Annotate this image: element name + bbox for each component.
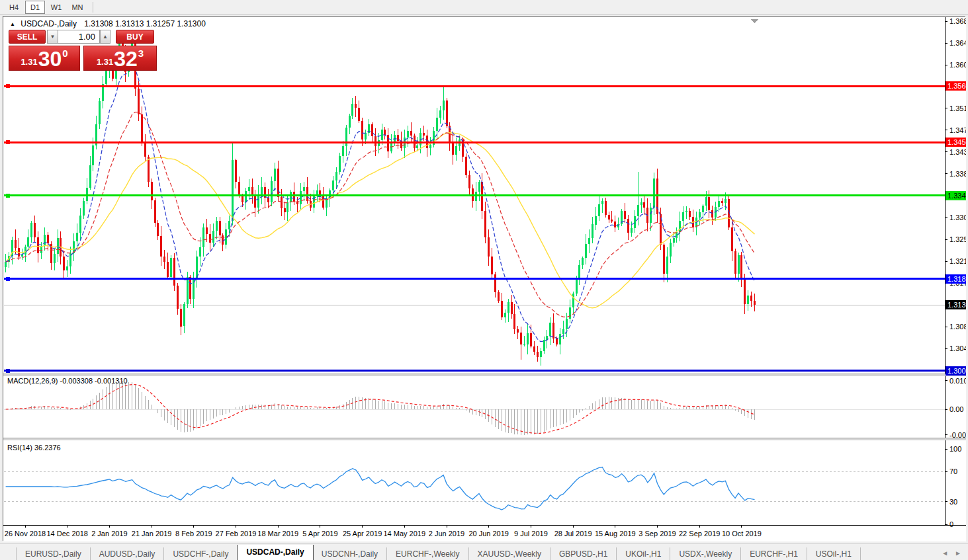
svg-text:1.33880: 1.33880 <box>949 170 966 178</box>
svg-text:1.36020: 1.36020 <box>949 61 966 69</box>
tab-eurchf-weekly[interactable]: EURCHF-,Weekly <box>387 547 468 560</box>
buy-price-base: 1.31 <box>97 57 113 67</box>
svg-text:1.34501: 1.34501 <box>947 138 966 146</box>
tab-usoil-h1[interactable]: USOil-,H1 <box>807 547 861 560</box>
tab-scroll-controls: ◄ ► <box>928 545 968 560</box>
tab-usdcad-daily[interactable]: USDCAD-,Daily <box>237 545 313 560</box>
svg-text:30: 30 <box>949 498 957 506</box>
svg-text:18 Mar 2019: 18 Mar 2019 <box>257 530 298 538</box>
svg-text:10 Oct 2019: 10 Oct 2019 <box>722 530 762 538</box>
sell-price-point: 0 <box>62 48 67 59</box>
svg-text:9 Jul 2019: 9 Jul 2019 <box>514 530 548 538</box>
svg-text:25 Apr 2019: 25 Apr 2019 <box>343 530 382 538</box>
tab-usdcnh-daily[interactable]: USDCNH-,Daily <box>313 547 387 560</box>
volume-decrease-button[interactable]: ▼ <box>47 30 58 44</box>
svg-text:1.34310: 1.34310 <box>949 148 966 156</box>
chart-ohlc-values: 1.31308 1.31313 1.31257 1.31300 <box>84 19 206 28</box>
buy-button[interactable]: BUY <box>116 30 154 44</box>
svg-text:2 Jun 2019: 2 Jun 2019 <box>429 530 464 538</box>
timeframe-button-mn[interactable]: MN <box>67 1 87 14</box>
svg-text:100: 100 <box>949 445 961 453</box>
tab-audusd-daily[interactable]: AUDUSD-,Daily <box>91 547 165 560</box>
chart-title: ▲ USDCAD-,Daily 1.31308 1.31313 1.31257 … <box>10 19 206 28</box>
one-click-trading-panel: SELL ▼ ▲ BUY 1.31 30 0 1.31 32 3 <box>9 30 157 71</box>
timeframe-button-d1[interactable]: D1 <box>25 1 45 14</box>
sell-button[interactable]: SELL <box>9 30 46 44</box>
tab-usdchf-daily[interactable]: USDCHF-,Daily <box>164 547 238 560</box>
svg-text:14 May 2019: 14 May 2019 <box>383 530 425 538</box>
svg-text:0: 0 <box>949 520 953 528</box>
timeframe-toolbar: H4D1W1MN <box>0 0 968 15</box>
svg-text:15 Aug 2019: 15 Aug 2019 <box>595 530 636 538</box>
svg-text:1.31812: 1.31812 <box>947 275 966 283</box>
chart-window: 1.368801.364501.360201.351701.347401.343… <box>3 16 965 541</box>
svg-text:1.32590: 1.32590 <box>949 235 966 243</box>
svg-text:1.30440: 1.30440 <box>949 344 966 352</box>
svg-text:14 Dec 2018: 14 Dec 2018 <box>47 530 88 538</box>
macd-indicator-label: MACD(12,26,9) -0.003308 -0.001310 <box>7 377 128 385</box>
svg-text:2 Jan 2019: 2 Jan 2019 <box>91 530 127 538</box>
chart-tabs: EURUSD-,DailyAUDUSD-,DailyUSDCHF-,DailyU… <box>0 545 928 560</box>
timeframe-button-w1[interactable]: W1 <box>46 1 66 14</box>
svg-text:1.33020: 1.33020 <box>949 214 966 221</box>
svg-text:20 Jun 2019: 20 Jun 2019 <box>468 530 509 538</box>
sell-price-base: 1.31 <box>21 57 37 67</box>
tab-eurusd-daily[interactable]: EURUSD-,Daily <box>16 547 91 560</box>
svg-text:8 Feb 2019: 8 Feb 2019 <box>175 530 212 538</box>
tab-scroll-left-icon[interactable]: ◄ <box>942 549 948 557</box>
buy-price-pips: 32 <box>114 48 138 70</box>
svg-text:22 Sep 2019: 22 Sep 2019 <box>679 530 720 538</box>
tab-gbpusd-h1[interactable]: GBPUSD-,H1 <box>550 547 617 560</box>
svg-text:1.31300: 1.31300 <box>947 301 966 309</box>
svg-text:5 Apr 2019: 5 Apr 2019 <box>302 530 337 538</box>
svg-text:1.35170: 1.35170 <box>949 104 966 112</box>
mt4-window: H4D1W1MN 1.368801.364501.360201.351701.3… <box>0 0 968 560</box>
svg-text:1.30004: 1.30004 <box>947 367 966 375</box>
svg-text:1.36450: 1.36450 <box>949 39 966 47</box>
buy-price-point: 3 <box>138 48 144 59</box>
buy-price-box[interactable]: 1.31 32 3 <box>83 46 157 71</box>
svg-text:1.36880: 1.36880 <box>949 17 966 25</box>
svg-text:1.32160: 1.32160 <box>949 257 966 265</box>
timeframe-button-h4[interactable]: H4 <box>4 1 24 14</box>
svg-text:0.010311: 0.010311 <box>949 377 966 385</box>
svg-text:1.33449: 1.33449 <box>947 192 966 200</box>
svg-text:0.00: 0.00 <box>949 405 963 413</box>
sell-price-pips: 30 <box>38 48 62 70</box>
svg-text:28 Jul 2019: 28 Jul 2019 <box>554 530 592 538</box>
svg-text:1.30870: 1.30870 <box>949 323 966 331</box>
chart-tab-bar: EURUSD-,DailyAUDUSD-,DailyUSDCHF-,DailyU… <box>0 543 968 560</box>
svg-text:3 Sep 2019: 3 Sep 2019 <box>638 530 676 538</box>
toolbar-separator <box>93 2 93 13</box>
volume-increase-button[interactable]: ▲ <box>100 30 110 44</box>
volume-input[interactable] <box>58 30 100 44</box>
svg-text:27 Feb 2019: 27 Feb 2019 <box>216 530 257 538</box>
tab-scroll-right-icon[interactable]: ► <box>955 549 961 557</box>
rsi-indicator-label: RSI(14) 36.2376 <box>7 444 61 452</box>
chart-symbol-label: USDCAD-,Daily <box>21 19 77 28</box>
chart-canvas[interactable]: 1.368801.364501.360201.351701.347401.343… <box>3 17 966 541</box>
tab-xauusd-weekly[interactable]: XAUUSD-,Weekly <box>469 547 550 560</box>
svg-text:1.35606: 1.35606 <box>947 82 966 90</box>
svg-text:1.34740: 1.34740 <box>949 126 966 134</box>
svg-text:26 Nov 2018: 26 Nov 2018 <box>5 530 46 538</box>
tab-usdx-weekly[interactable]: USDX-,Weekly <box>670 547 741 560</box>
sell-price-box[interactable]: 1.31 30 0 <box>9 46 80 71</box>
svg-text:-0.009203: -0.009203 <box>949 431 966 439</box>
tab-eurchf-h1[interactable]: EURCHF-,H1 <box>741 547 807 560</box>
svg-text:21 Jan 2019: 21 Jan 2019 <box>132 530 172 538</box>
collapse-panel-icon[interactable]: ▲ <box>10 21 15 27</box>
svg-text:70: 70 <box>949 467 957 475</box>
tab-ukoil-h1[interactable]: UKOil-,H1 <box>617 547 670 560</box>
